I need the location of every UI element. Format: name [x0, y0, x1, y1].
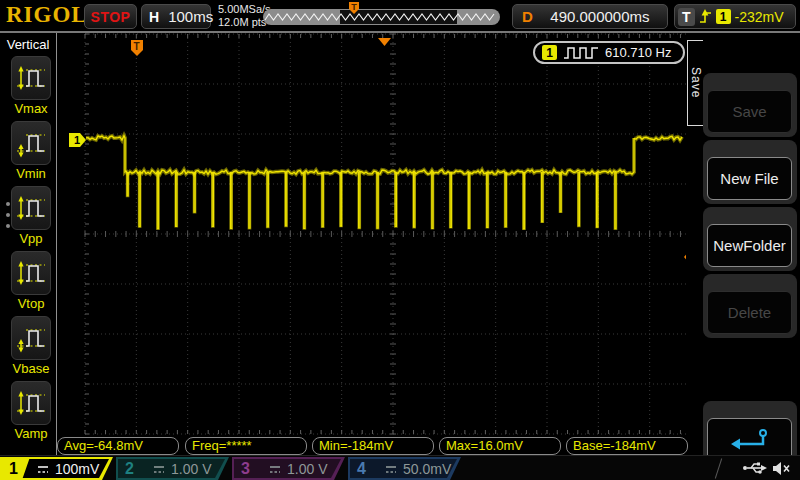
menu-item-vtop[interactable]: Vtop [11, 251, 51, 311]
rising-edge-icon [699, 9, 712, 24]
measurement-base: Base=-184mV [566, 437, 688, 455]
channel-2-block[interactable]: 2 1.00 V [116, 457, 229, 480]
vbase-icon [11, 316, 51, 360]
vmin-icon [11, 121, 51, 165]
menu-item-vamp[interactable]: Vamp [11, 381, 51, 441]
return-arrow-icon [729, 427, 771, 453]
menu-slot: Save [703, 73, 797, 137]
svg-text:T: T [351, 2, 357, 12]
channel-1-scale: 100mV [55, 461, 99, 477]
center-top-marker [378, 38, 391, 46]
left-menu: Vertical VmaxVminVppVtopVbaseVamp [0, 33, 57, 455]
horizontal-timebase-badge[interactable]: H 100ms [141, 4, 211, 29]
menu-item-label: Vmax [11, 101, 51, 116]
graticule: 1TT [57, 33, 704, 455]
new-folder-button[interactable]: NewFolder [707, 224, 792, 267]
svg-text:1: 1 [74, 134, 80, 146]
preview-wave-icon [263, 9, 500, 25]
vtop-icon [11, 251, 51, 295]
new-file-button[interactable]: New File [707, 157, 792, 200]
menu-item-vmax[interactable]: Vmax [11, 56, 51, 116]
delay-badge[interactable]: D 490.000000ms [512, 4, 668, 29]
delay-value: 490.000000ms [533, 8, 667, 25]
trigger-source-badge: 1 [716, 9, 731, 24]
menu-slot: Delete [703, 274, 797, 338]
left-menu-title: Vertical [0, 33, 56, 52]
channel-2-scale: 1.00 V [171, 461, 211, 477]
measurement-freq: Freq=***** [185, 437, 307, 455]
right-menu: Save Save New File NewFolder Delete [686, 33, 800, 455]
preview-trigger-flag-icon: T [348, 1, 360, 15]
delete-button[interactable]: Delete [707, 291, 792, 334]
oscilloscope-screen: RIGOL STOP H 100ms 5.00MSa/s 12.0M pts T… [0, 0, 800, 480]
waveform-trace [86, 136, 682, 229]
measurement-max: Max=16.0mV [439, 437, 561, 455]
speaker-muted-icon [772, 461, 791, 476]
vpp-icon [11, 186, 51, 230]
delay-label: D [522, 8, 533, 25]
menu-slot: New File [703, 140, 797, 204]
save-button[interactable]: Save [707, 90, 792, 133]
channel-4-number: 4 [348, 457, 378, 480]
usb-icon [742, 461, 768, 475]
menu-item-label: Vtop [11, 296, 51, 311]
right-menu-tab: Save [687, 40, 703, 126]
menu-item-vmin[interactable]: Vmin [11, 121, 51, 181]
channel-1-block[interactable]: 1 100mV [0, 457, 113, 480]
dc-coupling-icon [36, 463, 50, 475]
menu-item-label: Vbase [11, 361, 51, 376]
rigol-logo: RIGOL [6, 2, 88, 28]
trigger-label: T [678, 8, 695, 26]
waveform-preview-bar[interactable] [263, 9, 500, 25]
trigger-level-value: -232mV [735, 9, 784, 25]
run-state-label: STOP [91, 9, 131, 25]
channel-3-number: 3 [232, 457, 262, 480]
menu-item-label: Vpp [11, 231, 51, 246]
dc-coupling-icon [268, 463, 282, 475]
menu-item-vpp[interactable]: Vpp [11, 186, 51, 246]
channel-2-number: 2 [116, 457, 146, 480]
vmax-icon [11, 56, 51, 100]
horizontal-label: H [149, 9, 159, 25]
ch1-zero-marker[interactable]: 1 [69, 133, 86, 147]
menu-slot: NewFolder [703, 207, 797, 271]
channel-4-scale: 50.0mV [403, 461, 451, 477]
menu-item-label: Vamp [11, 426, 51, 441]
menu-page-dot [6, 202, 10, 206]
menu-item-vbase[interactable]: Vbase [11, 316, 51, 376]
square-wave-icon [563, 46, 599, 59]
dc-coupling-icon [152, 463, 166, 475]
trigger-badge[interactable]: T 1 -232mV [674, 4, 796, 29]
grid [85, 34, 701, 434]
measurement-min: Min=-184mV [312, 437, 434, 455]
run-state-badge[interactable]: STOP [84, 4, 137, 29]
menu-item-label: Vmin [11, 166, 51, 181]
freq-counter-channel-badge: 1 [542, 45, 557, 60]
freq-counter-value: 610.710 Hz [605, 45, 672, 60]
channel-status-bar: 1 100mV 2 1.00 V [0, 455, 800, 480]
vamp-icon [11, 381, 51, 425]
channel-3-block[interactable]: 3 1.00 V [232, 457, 345, 480]
measurement-avg: Avg=-64.8mV [57, 437, 179, 455]
dc-coupling-icon [384, 463, 398, 475]
svg-text:T: T [134, 41, 140, 52]
timebase-value: 100ms [168, 8, 213, 25]
menu-page-dot [6, 213, 10, 217]
trigger-position-marker[interactable]: T [131, 40, 143, 56]
channel-3-scale: 1.00 V [287, 461, 327, 477]
frequency-counter: 1 610.710 Hz [533, 41, 685, 64]
status-divider [715, 458, 722, 478]
header-bar: RIGOL STOP H 100ms 5.00MSa/s 12.0M pts T… [0, 0, 800, 33]
channel-4-block[interactable]: 4 50.0mV [348, 457, 461, 480]
menu-page-dot [6, 224, 10, 228]
